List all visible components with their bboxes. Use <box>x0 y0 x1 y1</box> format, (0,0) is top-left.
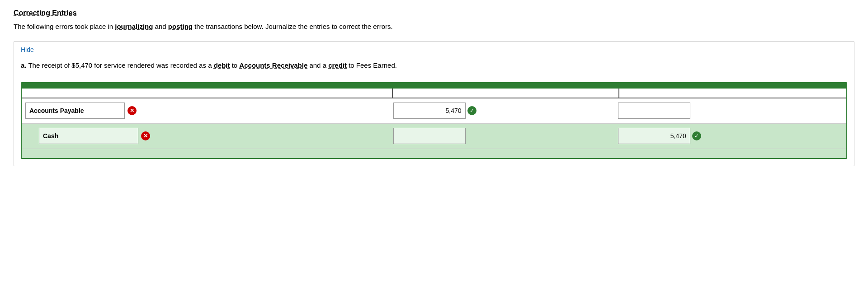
problem-a-text: a. The receipt of $5,470 for service ren… <box>14 58 854 78</box>
journal-footer <box>22 149 846 158</box>
error-icon-1: ✕ <box>127 106 137 115</box>
cell-account-1: ✕ <box>25 103 393 119</box>
cell-debit-2 <box>393 128 618 144</box>
debit-input-1[interactable] <box>393 103 466 119</box>
credit-input-1[interactable] <box>618 103 690 119</box>
account-input-2[interactable] <box>39 128 138 144</box>
cell-debit-1: ✓ <box>393 103 618 119</box>
check-icon-2: ✓ <box>692 131 701 140</box>
journal-table: ✕ ✓ ✕ ✓ <box>21 82 847 159</box>
cell-account-2: ✕ <box>25 128 393 144</box>
account-input-1[interactable] <box>25 103 125 119</box>
section-container: Hide a. The receipt of $5,470 for servic… <box>14 41 854 166</box>
hide-link[interactable]: Hide <box>14 42 854 58</box>
page-title: Correcting Entries <box>14 9 854 17</box>
col-account-header <box>22 89 393 98</box>
cell-credit-2: ✓ <box>618 128 843 144</box>
credit-input-2[interactable] <box>618 128 690 144</box>
journal-row-1: ✕ ✓ <box>22 98 846 124</box>
col-credit-header <box>619 89 846 98</box>
cell-credit-1 <box>618 103 843 119</box>
error-icon-2: ✕ <box>141 131 150 140</box>
col-debit-header <box>393 89 620 98</box>
journal-column-headers <box>22 89 846 98</box>
journal-header <box>22 83 846 89</box>
description-text: The following errors took place in journ… <box>14 22 854 32</box>
check-icon-1: ✓ <box>467 106 476 115</box>
debit-input-2[interactable] <box>393 128 466 144</box>
journal-row-2: ✕ ✓ <box>22 124 846 149</box>
